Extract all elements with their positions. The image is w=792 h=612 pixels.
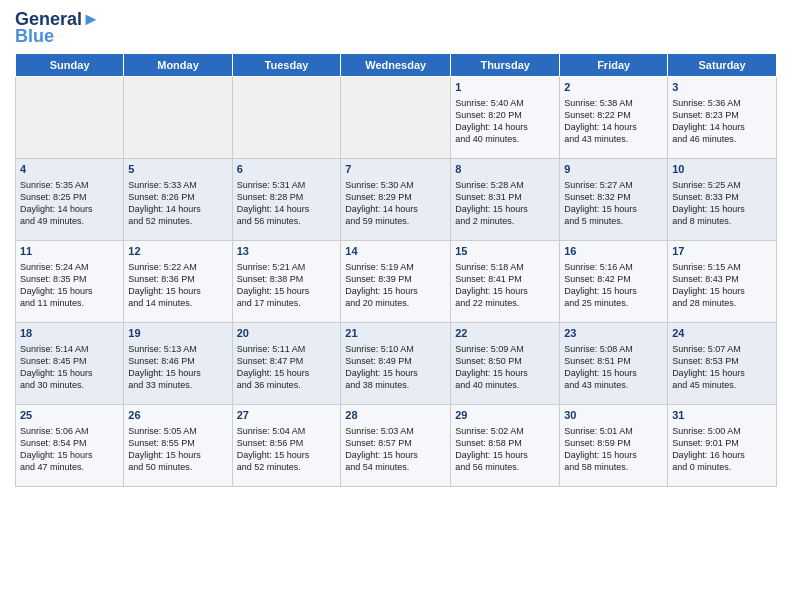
cell-info: and 25 minutes. [564,297,663,309]
cell-info: and 11 minutes. [20,297,119,309]
cell-info: Sunset: 8:41 PM [455,273,555,285]
cell-info: and 30 minutes. [20,379,119,391]
cell-info: Daylight: 15 hours [20,367,119,379]
calendar-cell [232,76,341,158]
col-header-saturday: Saturday [668,53,777,76]
cell-info: Sunset: 8:36 PM [128,273,227,285]
cell-info: and 40 minutes. [455,133,555,145]
day-number: 20 [237,326,337,341]
cell-info: and 28 minutes. [672,297,772,309]
cell-info: Daylight: 15 hours [564,367,663,379]
cell-info: and 58 minutes. [564,461,663,473]
calendar-cell: 16Sunrise: 5:16 AMSunset: 8:42 PMDayligh… [560,240,668,322]
cell-info: Sunset: 8:56 PM [237,437,337,449]
cell-info: and 52 minutes. [128,215,227,227]
week-row-3: 11Sunrise: 5:24 AMSunset: 8:35 PMDayligh… [16,240,777,322]
calendar-header: General► Blue [15,10,777,47]
cell-info: and 5 minutes. [564,215,663,227]
day-number: 10 [672,162,772,177]
cell-info: and 14 minutes. [128,297,227,309]
col-header-monday: Monday [124,53,232,76]
cell-info: and 49 minutes. [20,215,119,227]
cell-info: Daylight: 15 hours [564,449,663,461]
cell-info: Sunset: 8:20 PM [455,109,555,121]
calendar-cell: 14Sunrise: 5:19 AMSunset: 8:39 PMDayligh… [341,240,451,322]
week-row-5: 25Sunrise: 5:06 AMSunset: 8:54 PMDayligh… [16,404,777,486]
cell-info: Daylight: 14 hours [455,121,555,133]
cell-info: Daylight: 15 hours [455,449,555,461]
cell-info: and 50 minutes. [128,461,227,473]
cell-info: and 36 minutes. [237,379,337,391]
calendar-cell: 13Sunrise: 5:21 AMSunset: 8:38 PMDayligh… [232,240,341,322]
cell-info: and 46 minutes. [672,133,772,145]
day-number: 7 [345,162,446,177]
cell-info: Sunrise: 5:09 AM [455,343,555,355]
calendar-cell: 26Sunrise: 5:05 AMSunset: 8:55 PMDayligh… [124,404,232,486]
day-number: 23 [564,326,663,341]
cell-info: and 43 minutes. [564,379,663,391]
cell-info: Sunset: 8:32 PM [564,191,663,203]
cell-info: Sunset: 8:54 PM [20,437,119,449]
cell-info: Sunrise: 5:40 AM [455,97,555,109]
calendar-cell: 6Sunrise: 5:31 AMSunset: 8:28 PMDaylight… [232,158,341,240]
calendar-cell: 4Sunrise: 5:35 AMSunset: 8:25 PMDaylight… [16,158,124,240]
cell-info: and 0 minutes. [672,461,772,473]
cell-info: Daylight: 15 hours [345,285,446,297]
cell-info: Sunrise: 5:05 AM [128,425,227,437]
calendar-cell: 25Sunrise: 5:06 AMSunset: 8:54 PMDayligh… [16,404,124,486]
cell-info: Sunrise: 5:00 AM [672,425,772,437]
cell-info: Sunrise: 5:19 AM [345,261,446,273]
cell-info: Daylight: 15 hours [128,285,227,297]
cell-info: Sunset: 8:26 PM [128,191,227,203]
cell-info: and 38 minutes. [345,379,446,391]
calendar-cell: 23Sunrise: 5:08 AMSunset: 8:51 PMDayligh… [560,322,668,404]
calendar-cell: 15Sunrise: 5:18 AMSunset: 8:41 PMDayligh… [451,240,560,322]
calendar-cell: 9Sunrise: 5:27 AMSunset: 8:32 PMDaylight… [560,158,668,240]
col-header-wednesday: Wednesday [341,53,451,76]
calendar-cell [16,76,124,158]
cell-info: Sunset: 8:33 PM [672,191,772,203]
cell-info: Sunrise: 5:06 AM [20,425,119,437]
cell-info: Sunset: 9:01 PM [672,437,772,449]
cell-info: and 52 minutes. [237,461,337,473]
day-number: 17 [672,244,772,259]
cell-info: Daylight: 15 hours [564,285,663,297]
day-number: 22 [455,326,555,341]
cell-info: Sunrise: 5:04 AM [237,425,337,437]
day-number: 8 [455,162,555,177]
cell-info: Sunset: 8:49 PM [345,355,446,367]
day-number: 30 [564,408,663,423]
calendar-cell: 20Sunrise: 5:11 AMSunset: 8:47 PMDayligh… [232,322,341,404]
cell-info: Sunset: 8:39 PM [345,273,446,285]
cell-info: Daylight: 15 hours [20,449,119,461]
day-number: 29 [455,408,555,423]
cell-info: Daylight: 14 hours [672,121,772,133]
calendar-cell: 5Sunrise: 5:33 AMSunset: 8:26 PMDaylight… [124,158,232,240]
cell-info: Sunrise: 5:38 AM [564,97,663,109]
cell-info: and 59 minutes. [345,215,446,227]
cell-info: and 8 minutes. [672,215,772,227]
cell-info: Daylight: 15 hours [237,367,337,379]
cell-info: Daylight: 15 hours [237,449,337,461]
cell-info: Daylight: 15 hours [20,285,119,297]
calendar-cell: 30Sunrise: 5:01 AMSunset: 8:59 PMDayligh… [560,404,668,486]
cell-info: Sunrise: 5:36 AM [672,97,772,109]
week-row-1: 1Sunrise: 5:40 AMSunset: 8:20 PMDaylight… [16,76,777,158]
cell-info: and 56 minutes. [455,461,555,473]
day-number: 3 [672,80,772,95]
cell-info: Sunset: 8:29 PM [345,191,446,203]
day-number: 2 [564,80,663,95]
cell-info: and 33 minutes. [128,379,227,391]
calendar-cell: 12Sunrise: 5:22 AMSunset: 8:36 PMDayligh… [124,240,232,322]
cell-info: and 17 minutes. [237,297,337,309]
day-number: 4 [20,162,119,177]
cell-info: Daylight: 15 hours [128,367,227,379]
day-number: 26 [128,408,227,423]
day-number: 14 [345,244,446,259]
cell-info: Daylight: 15 hours [672,203,772,215]
cell-info: Sunrise: 5:21 AM [237,261,337,273]
calendar-header-row: SundayMondayTuesdayWednesdayThursdayFrid… [16,53,777,76]
cell-info: Sunrise: 5:07 AM [672,343,772,355]
cell-info: Daylight: 14 hours [128,203,227,215]
cell-info: Sunset: 8:51 PM [564,355,663,367]
